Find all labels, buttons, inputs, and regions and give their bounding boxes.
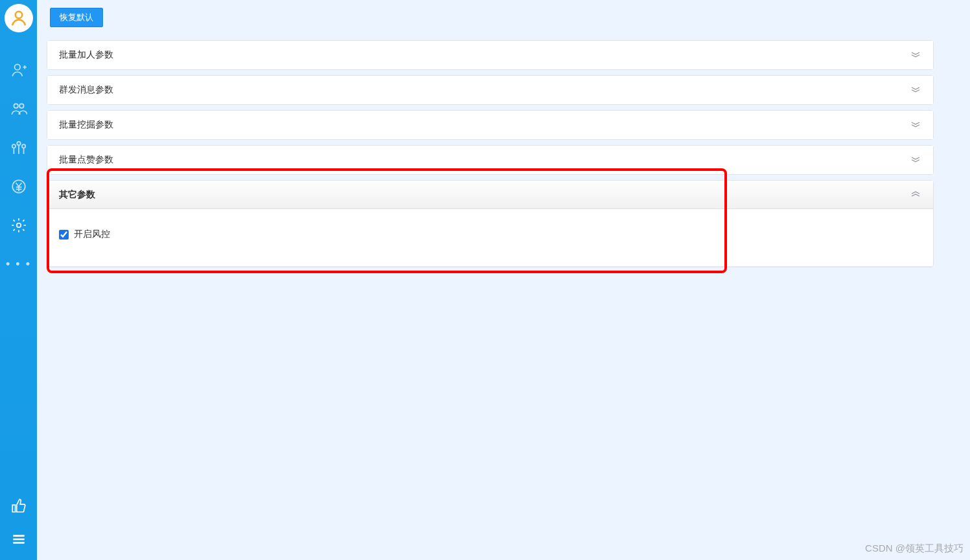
panel-header-batch-mine[interactable]: 批量挖掘参数	[47, 111, 933, 139]
risk-control-checkbox[interactable]	[59, 230, 69, 240]
chevron-down-icon	[910, 155, 921, 165]
panel-batch-mine: 批量挖掘参数	[47, 110, 934, 140]
risk-control-label: 开启风控	[74, 229, 110, 240]
svg-point-1	[14, 64, 20, 70]
sidebar-item-currency[interactable]	[0, 167, 37, 206]
chevron-down-icon	[910, 120, 921, 130]
sidebar-item-thumbs[interactable]	[0, 489, 37, 522]
svg-point-6	[21, 144, 25, 148]
content-area: 批量加人参数 群发消息参数 批量挖掘参数 批量点赞参数	[47, 40, 934, 547]
sidebar-item-group[interactable]	[0, 128, 37, 167]
topbar: 恢复默认	[37, 0, 970, 31]
svg-point-2	[14, 104, 18, 108]
risk-control-row[interactable]: 开启风控	[59, 229, 921, 240]
user-plus-icon	[10, 62, 27, 78]
panel-title: 群发消息参数	[59, 84, 113, 96]
chevron-up-icon	[910, 190, 921, 200]
panel-title: 批量点赞参数	[59, 154, 113, 166]
sidebar: • • •	[0, 0, 37, 560]
gear-icon	[10, 217, 27, 234]
panel-header-batch-add[interactable]: 批量加人参数	[47, 41, 933, 69]
sidebar-item-menu[interactable]	[0, 522, 37, 556]
yen-circle-icon	[10, 178, 27, 195]
panel-title: 其它参数	[59, 189, 95, 201]
svg-point-3	[19, 104, 24, 108]
restore-default-button[interactable]: 恢复默认	[50, 8, 103, 27]
user-icon	[9, 8, 29, 28]
thumbs-up-icon	[10, 497, 27, 514]
panel-header-mass-message[interactable]: 群发消息参数	[47, 76, 933, 104]
panel-header-batch-like[interactable]: 批量点赞参数	[47, 146, 933, 174]
panel-title: 批量挖掘参数	[59, 119, 113, 131]
group-icon	[10, 139, 27, 156]
panel-header-other[interactable]: 其它参数	[47, 181, 933, 209]
panel-title: 批量加人参数	[59, 49, 113, 61]
panel-mass-message: 群发消息参数	[47, 75, 934, 105]
panel-batch-like: 批量点赞参数	[47, 145, 934, 175]
sidebar-item-settings[interactable]	[0, 206, 37, 245]
svg-point-5	[12, 144, 15, 148]
chevron-down-icon	[910, 50, 921, 60]
users-icon	[10, 100, 27, 117]
sidebar-item-contacts[interactable]	[0, 89, 37, 128]
svg-point-8	[16, 223, 21, 228]
sidebar-item-add-user[interactable]	[0, 50, 37, 89]
chevron-down-icon	[910, 85, 921, 95]
svg-point-0	[15, 12, 22, 19]
sidebar-item-more[interactable]: • • •	[0, 245, 37, 284]
panel-other: 其它参数 开启风控	[47, 180, 934, 267]
dots-icon: • • •	[6, 258, 31, 271]
menu-icon	[10, 531, 27, 548]
avatar[interactable]	[5, 4, 33, 32]
panel-batch-add: 批量加人参数	[47, 40, 934, 70]
svg-point-4	[17, 142, 20, 145]
panel-body-other: 开启风控	[47, 209, 933, 267]
